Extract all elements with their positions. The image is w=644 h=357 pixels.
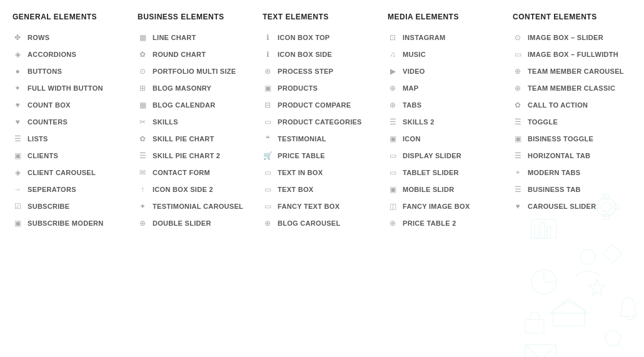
item-label-business-7: SKILL PIE CHART 2 xyxy=(153,152,220,159)
menu-item-text-11[interactable]: ⊕BLOG CAROUSEL xyxy=(263,218,381,228)
menu-item-content-4[interactable]: ✿CALL TO ACTION xyxy=(513,100,631,110)
menu-item-business-8[interactable]: ✉CONTACT FORM xyxy=(138,168,256,178)
item-label-text-10: FANCY TEXT BOX xyxy=(278,203,340,210)
item-icon-business-2: ⊙ xyxy=(138,66,148,76)
menu-item-content-8[interactable]: +MODERN TABS xyxy=(513,168,631,178)
menu-item-general-3[interactable]: ✦FULL WIDTH BUTTON xyxy=(13,83,131,93)
menu-item-media-6[interactable]: ▣ICON xyxy=(388,134,506,144)
menu-item-business-9[interactable]: ↑ICON BOX SIDE 2 xyxy=(138,184,256,194)
item-label-text-1: ICON BOX SIDE xyxy=(278,51,332,58)
menu-item-content-10[interactable]: ♥CAROUSEL SLIDER xyxy=(513,201,631,211)
item-icon-business-9: ↑ xyxy=(138,184,148,194)
menu-item-text-8[interactable]: ▭TEXT IN BOX xyxy=(263,168,381,178)
item-label-business-10: TESTIMONIAL CAROUSEL xyxy=(153,203,243,210)
menu-item-text-7[interactable]: 🛒PRICE TABLE xyxy=(263,151,381,161)
menu-item-text-4[interactable]: ⊟PRODUCT COMPARE xyxy=(263,100,381,110)
menu-item-general-8[interactable]: ◈CLIENT CAROUSEL xyxy=(13,168,131,178)
item-label-content-6: BISINESS TOGGLE xyxy=(528,135,593,143)
item-icon-general-0: ✤ xyxy=(13,33,23,43)
menu-item-general-7[interactable]: ▣CLIENTS xyxy=(13,151,131,161)
menu-item-media-9[interactable]: ▣MOBILE SLIDR xyxy=(388,184,506,194)
item-label-general-10: SUBSCRIBE xyxy=(28,203,70,210)
menu-item-text-6[interactable]: ❝TESTIMONIAL xyxy=(263,134,381,144)
menu-item-content-9[interactable]: ☰BUSINESS TAB xyxy=(513,184,631,194)
menu-item-text-0[interactable]: ℹICON BOX TOP xyxy=(263,33,381,43)
item-label-media-3: MAP xyxy=(403,84,418,92)
menu-item-general-9[interactable]: →SEPERATORS xyxy=(13,184,131,194)
item-label-text-8: TEXT IN BOX xyxy=(278,169,323,176)
menu-item-media-8[interactable]: ▭TABLET SLIDER xyxy=(388,168,506,178)
menu-item-business-11[interactable]: ⊕DOUBLE SLIDER xyxy=(138,218,256,228)
menu-item-content-3[interactable]: ⊕TEAM MEMBER CLASSIC xyxy=(513,83,631,93)
item-icon-general-3: ✦ xyxy=(13,83,23,93)
menu-item-media-5[interactable]: ☰SKILLS 2 xyxy=(388,117,506,127)
menu-item-media-4[interactable]: ⊕TABS xyxy=(388,100,506,110)
menu-item-content-2[interactable]: ⊕TEAM MEMBER CAROUSEL xyxy=(513,66,631,76)
menu-item-general-2[interactable]: ●BUTTONS xyxy=(13,66,131,76)
menu-item-general-6[interactable]: ☰LISTS xyxy=(13,134,131,144)
main-container: GENERAL ELEMENTS✤ROWS◈ACCORDIONS●BUTTONS… xyxy=(0,0,644,248)
item-icon-media-3: ⊕ xyxy=(388,83,398,93)
menu-item-media-2[interactable]: ▶VIDEO xyxy=(388,66,506,76)
item-icon-general-11: ▣ xyxy=(13,218,23,228)
item-icon-content-9: ☰ xyxy=(513,184,523,194)
item-label-media-2: VIDEO xyxy=(403,68,425,75)
item-label-content-1: IMAGE BOX – FULLWIDTH xyxy=(528,51,618,58)
menu-item-general-1[interactable]: ◈ACCORDIONS xyxy=(13,49,131,59)
menu-item-general-10[interactable]: ☑SUBSCRIBE xyxy=(13,201,131,211)
menu-item-media-3[interactable]: ⊕MAP xyxy=(388,83,506,93)
item-label-general-1: ACCORDIONS xyxy=(28,51,76,58)
menu-item-business-7[interactable]: ☰SKILL PIE CHART 2 xyxy=(138,151,256,161)
item-icon-text-7: 🛒 xyxy=(263,151,273,161)
menu-item-general-4[interactable]: ♥COUNT BOX xyxy=(13,100,131,110)
item-icon-media-11: ⊕ xyxy=(388,218,398,228)
item-icon-business-6: ✿ xyxy=(138,134,148,144)
menu-item-general-11[interactable]: ▣SUBSCRIBE MODERN xyxy=(13,218,131,228)
menu-item-content-0[interactable]: ⊙IMAGE BOX – SLIDER xyxy=(513,33,631,43)
item-icon-text-0: ℹ xyxy=(263,33,273,43)
menu-item-business-6[interactable]: ✿SKILL PIE CHART xyxy=(138,134,256,144)
svg-marker-17 xyxy=(550,298,588,313)
column-header-media: MEDIA ELEMENTS xyxy=(388,13,506,21)
item-icon-media-9: ▣ xyxy=(388,184,398,194)
menu-item-media-10[interactable]: ◫FANCY IMAGE BOX xyxy=(388,201,506,211)
menu-item-general-5[interactable]: ♥COUNTERS xyxy=(13,117,131,127)
menu-item-content-1[interactable]: ▭IMAGE BOX – FULLWIDTH xyxy=(513,49,631,59)
item-icon-content-3: ⊕ xyxy=(513,83,523,93)
menu-item-media-11[interactable]: ⊕PRICE TABLE 2 xyxy=(388,218,506,228)
menu-item-text-2[interactable]: ⊛PROCESS STEP xyxy=(263,66,381,76)
menu-item-business-3[interactable]: ⊞BLOG MASONRY xyxy=(138,83,256,93)
menu-item-text-3[interactable]: ▣PRODUCTS xyxy=(263,83,381,93)
menu-item-media-7[interactable]: ▭DISPLAY SLIDER xyxy=(388,151,506,161)
item-icon-general-6: ☰ xyxy=(13,134,23,144)
item-label-business-1: ROUND CHART xyxy=(153,51,206,58)
item-label-business-4: BLOG CALENDAR xyxy=(153,101,215,109)
item-icon-media-10: ◫ xyxy=(388,201,398,211)
item-icon-general-10: ☑ xyxy=(13,201,23,211)
item-label-business-9: ICON BOX SIDE 2 xyxy=(153,186,213,193)
menu-item-content-5[interactable]: ☰TOGGLE xyxy=(513,117,631,127)
menu-item-text-10[interactable]: ▭FANCY TEXT BOX xyxy=(263,201,381,211)
menu-item-text-9[interactable]: ▭TEXT BOX xyxy=(263,184,381,194)
item-icon-general-9: → xyxy=(13,184,23,194)
item-label-text-3: PRODUCTS xyxy=(278,84,318,92)
menu-item-media-0[interactable]: ⊡INSTAGRAM xyxy=(388,33,506,43)
item-icon-media-6: ▣ xyxy=(388,134,398,144)
menu-item-content-7[interactable]: ☰HORIZONTAL TAB xyxy=(513,151,631,161)
menu-item-business-0[interactable]: ▦LINE CHART xyxy=(138,33,256,43)
menu-item-business-10[interactable]: ✦TESTIMONIAL CAROUSEL xyxy=(138,201,256,211)
menu-item-media-1[interactable]: ♫MUSIC xyxy=(388,49,506,59)
item-icon-media-0: ⊡ xyxy=(388,33,398,43)
item-icon-media-2: ▶ xyxy=(388,66,398,76)
menu-item-general-0[interactable]: ✤ROWS xyxy=(13,33,131,43)
menu-item-business-4[interactable]: ▦BLOG CALENDAR xyxy=(138,100,256,110)
menu-item-text-5[interactable]: ▭PRODUCT CATEGORIES xyxy=(263,117,381,127)
column-content: CONTENT ELEMENTS⊙IMAGE BOX – SLIDER▭IMAG… xyxy=(510,13,635,235)
menu-item-business-1[interactable]: ✿ROUND CHART xyxy=(138,49,256,59)
menu-item-content-6[interactable]: ▣BISINESS TOGGLE xyxy=(513,134,631,144)
item-icon-content-6: ▣ xyxy=(513,134,523,144)
item-label-general-6: LISTS xyxy=(28,135,48,143)
menu-item-business-5[interactable]: ✂SKILLS xyxy=(138,117,256,127)
menu-item-text-1[interactable]: ℹICON BOX SIDE xyxy=(263,49,381,59)
menu-item-business-2[interactable]: ⊙PORTFOLIO MULTI SIZE xyxy=(138,66,256,76)
